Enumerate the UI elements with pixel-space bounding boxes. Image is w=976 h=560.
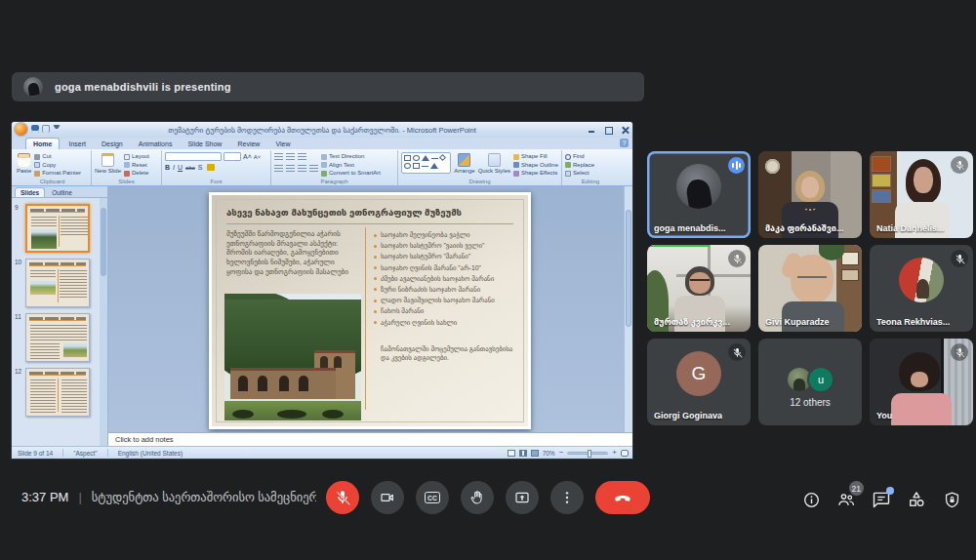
triangle-shape-icon[interactable] bbox=[422, 155, 429, 161]
office-button-icon[interactable] bbox=[15, 123, 27, 136]
slide-thumbnail-12[interactable]: 12 bbox=[25, 368, 98, 417]
shape-effects-button[interactable]: Shape Effects bbox=[513, 170, 558, 177]
meeting-details-button[interactable] bbox=[801, 490, 821, 509]
font-color-icon[interactable] bbox=[207, 164, 215, 171]
diamond-shape-icon[interactable] bbox=[439, 154, 446, 161]
zoom-slider[interactable] bbox=[567, 452, 608, 455]
slide-thumbnail-9[interactable]: 9 bbox=[25, 204, 98, 253]
more-options-button[interactable] bbox=[550, 481, 584, 514]
slideshow-view-icon[interactable] bbox=[531, 450, 539, 457]
format-painter-button[interactable]: Format Painter bbox=[34, 170, 81, 177]
slide-thumbnail-11[interactable]: 11 bbox=[25, 313, 98, 362]
chat-panel-button[interactable] bbox=[872, 490, 891, 509]
copy-button[interactable]: Copy bbox=[34, 162, 81, 169]
shapes-gallery[interactable] bbox=[401, 152, 451, 174]
tile-givi-kuparadze[interactable]: Givi Kuparadze bbox=[758, 245, 862, 332]
tile-goga-menabdishvili[interactable]: goga menabdis... bbox=[647, 151, 751, 238]
slide-scrollbar[interactable] bbox=[624, 186, 632, 432]
circle-shape-icon[interactable] bbox=[404, 163, 411, 169]
fit-to-window-icon[interactable] bbox=[621, 450, 629, 457]
camera-toggle-button[interactable] bbox=[371, 481, 404, 514]
qat-dropdown-icon[interactable] bbox=[53, 125, 61, 133]
maximize-icon[interactable] bbox=[604, 126, 612, 134]
quick-styles-button[interactable]: Quick Styles bbox=[478, 152, 510, 174]
host-controls-button[interactable] bbox=[942, 490, 961, 509]
paste-button[interactable]: Paste bbox=[17, 152, 31, 174]
align-right-icon[interactable] bbox=[298, 165, 306, 172]
participants-panel-button[interactable]: 21 bbox=[836, 490, 856, 509]
tab-home[interactable]: Home bbox=[25, 138, 60, 149]
tile-you[interactable]: You bbox=[870, 339, 973, 425]
tab-view[interactable]: View bbox=[268, 139, 297, 149]
shared-screen-powerpoint[interactable]: თემატური ტურების მოდელირება მთიულეთსა და… bbox=[12, 122, 632, 459]
select-button[interactable]: Select bbox=[565, 170, 594, 177]
tile-murtaz-kvirkvelia[interactable]: მურთაზ კვირკვ... bbox=[647, 245, 751, 332]
zoom-in-icon[interactable]: + bbox=[612, 449, 617, 457]
numbering-icon[interactable] bbox=[286, 153, 295, 160]
rectangle-shape-icon[interactable] bbox=[404, 155, 411, 161]
layout-button[interactable]: Layout bbox=[124, 153, 149, 160]
undo-icon[interactable] bbox=[42, 125, 50, 133]
tab-insert[interactable]: Insert bbox=[61, 139, 93, 149]
text-shadow-button[interactable]: S bbox=[198, 164, 203, 171]
tile-giorgi-goginava[interactable]: G Giorgi Goginava bbox=[647, 339, 751, 425]
arrange-button[interactable]: Arrange bbox=[454, 152, 474, 174]
captions-button[interactable]: CC bbox=[416, 481, 449, 514]
slide-sorter-icon[interactable] bbox=[519, 450, 527, 457]
italic-button[interactable]: I bbox=[173, 164, 175, 171]
tile-maka-piranashvili[interactable]: მაკა ფირანაშვი... bbox=[758, 151, 862, 238]
help-icon[interactable]: ? bbox=[620, 139, 629, 147]
strikethrough-button[interactable]: abc bbox=[185, 165, 195, 171]
zoom-out-icon[interactable]: − bbox=[559, 449, 564, 457]
shrink-font-icon[interactable]: A˅ bbox=[254, 154, 262, 160]
tile-natia-daghelishvili[interactable]: Natia Daghelis... bbox=[870, 151, 973, 238]
reset-button[interactable]: Reset bbox=[124, 162, 149, 169]
raise-hand-button[interactable] bbox=[461, 481, 494, 514]
indent-icon[interactable] bbox=[298, 153, 306, 160]
ellipse-shape-icon[interactable] bbox=[413, 155, 420, 161]
thumbnail-scrollbar[interactable] bbox=[100, 198, 107, 446]
save-icon[interactable] bbox=[31, 125, 39, 133]
tab-animations[interactable]: Animations bbox=[132, 139, 180, 149]
line-shape-icon[interactable] bbox=[431, 158, 438, 159]
align-left-icon[interactable] bbox=[274, 165, 283, 172]
tile-teona-rekhviashvili[interactable]: Teona Rekhvias... bbox=[870, 245, 973, 332]
underline-button[interactable]: U bbox=[178, 164, 183, 171]
present-screen-button[interactable] bbox=[506, 481, 539, 514]
normal-view-icon[interactable] bbox=[508, 450, 515, 457]
delete-button[interactable]: Delete bbox=[124, 170, 149, 177]
replace-button[interactable]: Replace bbox=[565, 162, 594, 169]
activities-button[interactable] bbox=[907, 490, 926, 509]
slides-pane-tab[interactable]: Slides bbox=[15, 187, 45, 197]
arc-shape-icon[interactable] bbox=[422, 166, 428, 167]
justify-icon[interactable] bbox=[309, 165, 318, 172]
minimize-icon[interactable] bbox=[588, 126, 595, 134]
outline-pane-tab[interactable]: Outline bbox=[47, 188, 77, 197]
square-shape-icon[interactable] bbox=[413, 163, 420, 169]
font-name-select[interactable] bbox=[165, 152, 222, 161]
convert-smartart-button[interactable]: Convert to SmartArt bbox=[321, 170, 381, 177]
shape-fill-button[interactable]: Shape Fill bbox=[513, 153, 558, 160]
text-direction-button[interactable]: Text Direction bbox=[321, 153, 381, 160]
tile-overflow-others[interactable]: u 12 others bbox=[758, 339, 862, 425]
font-size-select[interactable] bbox=[224, 152, 241, 161]
align-text-button[interactable]: Align Text bbox=[321, 162, 381, 169]
align-center-icon[interactable] bbox=[286, 165, 295, 172]
new-slide-button[interactable]: New Slide bbox=[95, 152, 121, 174]
close-icon[interactable] bbox=[621, 126, 629, 134]
bold-button[interactable]: B bbox=[165, 164, 170, 171]
cut-button[interactable]: Cut bbox=[34, 153, 81, 160]
mic-toggle-button-muted[interactable] bbox=[326, 481, 359, 514]
end-call-button[interactable] bbox=[595, 481, 650, 514]
tab-slide-show[interactable]: Slide Show bbox=[181, 139, 228, 149]
notes-pane[interactable]: Click to add notes bbox=[108, 432, 632, 446]
star-shape-icon[interactable] bbox=[430, 163, 438, 169]
quick-access-toolbar[interactable] bbox=[31, 125, 61, 133]
grow-font-icon[interactable]: A˄ bbox=[243, 153, 252, 160]
tab-review[interactable]: Review bbox=[230, 139, 266, 149]
shape-outline-button[interactable]: Shape Outline bbox=[513, 162, 558, 169]
slide-thumbnail-10[interactable]: 10 bbox=[25, 259, 98, 307]
window-controls[interactable] bbox=[588, 124, 629, 135]
bullets-icon[interactable] bbox=[274, 153, 283, 160]
tab-design[interactable]: Design bbox=[95, 139, 130, 149]
